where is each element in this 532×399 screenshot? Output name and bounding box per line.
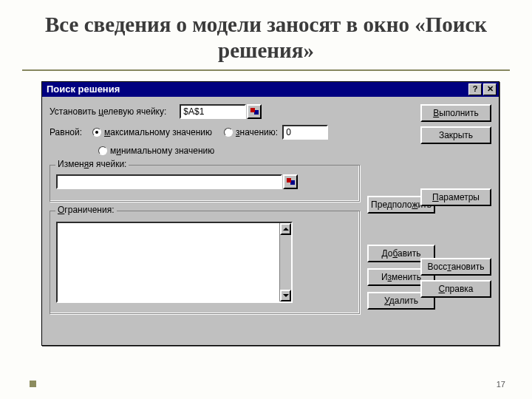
target-cell-input[interactable] [180, 104, 246, 119]
solver-dialog: Поиск решения ? ✕ Установить целевую яче… [41, 81, 499, 346]
changing-cells-refedit[interactable] [56, 174, 298, 189]
radio-min[interactable] [98, 146, 107, 155]
constraints-listbox[interactable] [56, 222, 293, 303]
parameters-button[interactable]: Параметры [420, 188, 491, 206]
titlebar: Поиск решения ? ✕ [42, 82, 499, 97]
radio-max-label: максимальному значению [104, 127, 212, 137]
target-cell-label: Установить целевую ячейку: [50, 106, 166, 117]
radio-value-label: значению: [236, 127, 278, 137]
changing-cells-input[interactable] [56, 174, 282, 189]
close-button[interactable]: Закрыть [420, 126, 491, 144]
chevron-up-icon [283, 228, 289, 231]
slide-bullet-icon [30, 381, 36, 387]
constraints-legend: Ограничения: [55, 205, 117, 215]
close-titlebar-button[interactable]: ✕ [483, 83, 497, 95]
changing-cells-legend: Изменяя ячейки: [55, 159, 129, 169]
target-cell-refedit[interactable] [180, 104, 262, 119]
right-button-column: Выполнить Закрыть Параметры Восстановить… [420, 104, 491, 302]
equal-to-label: Равной: [50, 127, 82, 137]
scroll-up-button[interactable] [280, 223, 291, 235]
radio-max[interactable] [92, 128, 101, 137]
restore-button[interactable]: Восстановить [420, 258, 491, 276]
dialog-body: Установить целевую ячейку: Равной: макси… [42, 97, 499, 345]
help-button[interactable]: Справка [420, 280, 491, 298]
refedit-icon[interactable] [247, 104, 262, 119]
slide-number: 17 [497, 380, 505, 389]
constraints-group: Ограничения: [50, 211, 360, 314]
radio-min-label: минимальному значению [110, 146, 214, 156]
scroll-down-button[interactable] [280, 290, 291, 301]
value-input[interactable] [282, 125, 328, 140]
execute-button[interactable]: Выполнить [420, 104, 491, 122]
chevron-down-icon [283, 294, 289, 297]
refedit-icon[interactable] [283, 174, 298, 189]
scrollbar[interactable] [279, 223, 291, 301]
slide-title: Все сведения о модели заносят в окно «По… [0, 0, 532, 69]
radio-value[interactable] [224, 128, 233, 137]
dialog-title: Поиск решения [44, 83, 467, 95]
help-titlebar-button[interactable]: ? [468, 83, 482, 95]
changing-cells-group: Изменяя ячейки: [50, 165, 360, 202]
divider [22, 69, 510, 71]
